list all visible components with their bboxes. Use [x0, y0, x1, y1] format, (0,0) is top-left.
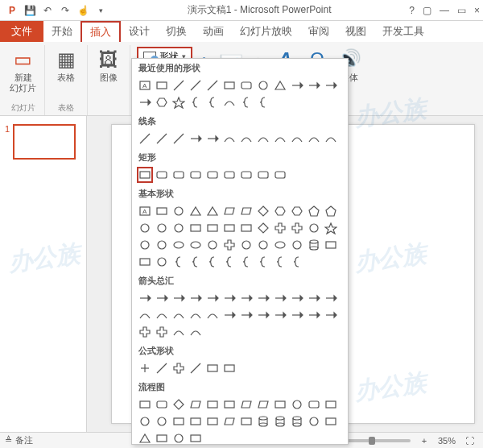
shape-textbox[interactable]: A: [137, 77, 153, 93]
shape-roundrect[interactable]: [204, 167, 221, 183]
shape-roundrect[interactable]: [238, 167, 254, 183]
shape-arrow[interactable]: [306, 290, 322, 306]
shape-cyl[interactable]: [272, 413, 288, 429]
shape-rect[interactable]: [188, 413, 204, 429]
shape-circle[interactable]: [289, 237, 305, 253]
shape-diamond[interactable]: [255, 203, 271, 219]
maximize-button[interactable]: ▭: [457, 5, 466, 16]
tab-home[interactable]: 开始: [43, 21, 80, 42]
tab-view[interactable]: 视图: [337, 21, 374, 42]
shape-circle[interactable]: [154, 413, 170, 429]
shape-rect[interactable]: [171, 413, 187, 429]
shape-diamond[interactable]: [171, 396, 187, 413]
shape-rect[interactable]: [154, 430, 170, 445]
shape-line[interactable]: [171, 77, 187, 93]
shape-line[interactable]: [154, 131, 170, 147]
shape-circle[interactable]: [255, 237, 271, 253]
shape-arrow[interactable]: [171, 290, 187, 306]
shape-arrow[interactable]: [238, 307, 254, 323]
shape-arrow[interactable]: [306, 77, 322, 93]
shape-arrow[interactable]: [137, 94, 153, 110]
shape-arrow[interactable]: [289, 307, 305, 323]
shape-curve[interactable]: [289, 131, 305, 147]
new-slide-button[interactable]: ▭ 新建 幻灯片: [6, 45, 39, 95]
shape-para[interactable]: [188, 396, 204, 413]
tab-design[interactable]: 设计: [121, 21, 158, 42]
shape-circle[interactable]: [171, 430, 187, 445]
thumbnail-item[interactable]: 1: [5, 124, 81, 160]
image-button[interactable]: 🖼 图像: [93, 45, 125, 85]
shape-circle[interactable]: [137, 237, 153, 253]
shape-rect[interactable]: [188, 220, 204, 236]
shape-roundrect[interactable]: [238, 77, 254, 93]
shape-diamond[interactable]: [255, 220, 271, 236]
shape-circle[interactable]: [289, 396, 305, 413]
shape-line[interactable]: [154, 360, 170, 376]
shape-line[interactable]: [171, 131, 187, 147]
shape-brace[interactable]: [289, 254, 305, 270]
shape-rect[interactable]: [154, 203, 170, 219]
shape-rect[interactable]: [137, 396, 153, 413]
undo-icon[interactable]: ↶: [41, 4, 54, 17]
shape-arrow[interactable]: [289, 77, 305, 93]
shape-cyl[interactable]: [255, 413, 271, 429]
shape-rect[interactable]: [221, 220, 237, 236]
shape-circle[interactable]: [154, 220, 170, 236]
tab-animations[interactable]: 动画: [195, 21, 232, 42]
shape-curve[interactable]: [188, 307, 204, 323]
shape-tri[interactable]: [272, 77, 288, 93]
shape-hex[interactable]: [154, 94, 170, 110]
shape-rect[interactable]: [188, 430, 204, 445]
notes-icon[interactable]: ≜: [5, 435, 12, 446]
help-button[interactable]: ?: [409, 5, 415, 16]
shape-rect[interactable]: [154, 77, 170, 93]
tab-file[interactable]: 文件: [0, 21, 43, 42]
shape-arrow[interactable]: [289, 290, 305, 306]
shape-rect[interactable]: [238, 413, 254, 429]
shape-cyl[interactable]: [306, 237, 322, 253]
shape-brace[interactable]: [221, 254, 237, 270]
qat-dropdown-icon[interactable]: ▾: [94, 4, 107, 17]
shape-arrow[interactable]: [255, 290, 271, 306]
close-button[interactable]: ×: [474, 5, 480, 16]
shape-curve[interactable]: [154, 307, 170, 323]
shape-tri[interactable]: [188, 203, 204, 219]
shape-star[interactable]: [323, 220, 339, 236]
shape-para[interactable]: [255, 396, 271, 413]
shape-roundrect[interactable]: [188, 167, 204, 183]
tab-developer[interactable]: 开发工具: [374, 21, 432, 42]
shape-hex[interactable]: [272, 203, 288, 219]
shape-cross[interactable]: [272, 220, 288, 236]
shape-cyl[interactable]: [289, 413, 305, 429]
shape-arrow[interactable]: [272, 290, 288, 306]
shape-arrow[interactable]: [306, 307, 322, 323]
shape-circle[interactable]: [171, 203, 187, 219]
shape-curve[interactable]: [323, 131, 339, 147]
shape-line[interactable]: [137, 131, 153, 147]
shape-circle[interactable]: [137, 413, 153, 429]
shape-rect[interactable]: [272, 396, 288, 413]
shape-circle[interactable]: [306, 220, 322, 236]
shape-cross[interactable]: [154, 324, 170, 340]
shape-line[interactable]: [188, 360, 204, 376]
shape-brace[interactable]: [188, 254, 204, 270]
shape-rect[interactable]: [137, 254, 153, 270]
shape-curve[interactable]: [171, 307, 187, 323]
shape-rect[interactable]: [221, 396, 237, 413]
tab-review[interactable]: 审阅: [300, 21, 337, 42]
shape-hex[interactable]: [289, 203, 305, 219]
shape-circle[interactable]: [137, 220, 153, 236]
shape-rect[interactable]: [204, 413, 221, 429]
shape-curve[interactable]: [221, 94, 237, 110]
shape-cross[interactable]: [289, 220, 305, 236]
zoom-level[interactable]: 35%: [438, 436, 456, 446]
shape-circle[interactable]: [204, 237, 221, 253]
shape-curve[interactable]: [188, 324, 204, 340]
shape-para[interactable]: [221, 413, 237, 429]
shape-curve[interactable]: [137, 307, 153, 323]
shape-arrow[interactable]: [272, 307, 288, 323]
shape-rect[interactable]: [221, 360, 237, 376]
shape-line[interactable]: [188, 77, 204, 93]
shape-circle[interactable]: [154, 237, 170, 253]
shape-curve[interactable]: [255, 131, 271, 147]
